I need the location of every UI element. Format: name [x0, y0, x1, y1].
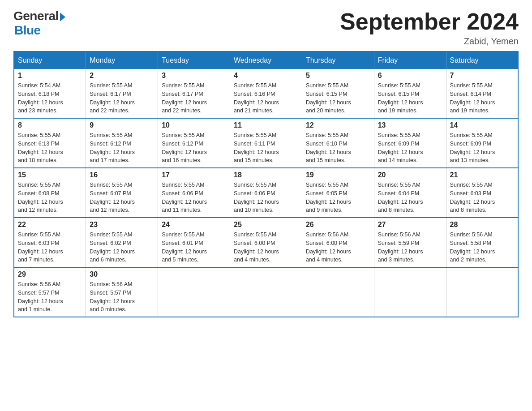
daylight-label: Daylight: 12 hours [450, 149, 495, 155]
calendar-day-cell: 17 Sunrise: 5:55 AM Sunset: 6:06 PM Dayl… [158, 168, 230, 218]
daylight-minutes: and 19 minutes. [450, 107, 490, 114]
day-info: Sunrise: 5:55 AM Sunset: 6:12 PM Dayligh… [90, 131, 154, 165]
calendar-location: Zabid, Yemen [340, 36, 519, 47]
day-number: 24 [162, 221, 226, 229]
day-info: Sunrise: 5:55 AM Sunset: 6:14 PM Dayligh… [450, 81, 514, 115]
daylight-minutes: and 8 minutes. [450, 207, 487, 213]
day-info: Sunrise: 5:55 AM Sunset: 6:15 PM Dayligh… [306, 81, 370, 115]
day-info: Sunrise: 5:55 AM Sunset: 6:12 PM Dayligh… [162, 131, 226, 165]
sunrise-label: Sunrise: 5:55 AM [378, 132, 420, 138]
sunset-label: Sunset: 6:03 PM [18, 240, 59, 246]
daylight-label: Daylight: 12 hours [18, 99, 63, 106]
calendar-day-cell: 2 Sunrise: 5:55 AM Sunset: 6:17 PM Dayli… [86, 69, 158, 118]
sunrise-label: Sunrise: 5:56 AM [306, 231, 348, 238]
day-info: Sunrise: 5:55 AM Sunset: 6:04 PM Dayligh… [378, 181, 442, 214]
day-info: Sunrise: 5:55 AM Sunset: 6:10 PM Dayligh… [306, 131, 370, 165]
calendar-day-cell: 30 Sunrise: 5:56 AM Sunset: 5:57 PM Dayl… [86, 267, 158, 317]
sunset-label: Sunset: 5:57 PM [90, 290, 131, 296]
day-number: 30 [90, 270, 154, 278]
daylight-label: Daylight: 12 hours [162, 149, 207, 155]
sunrise-label: Sunrise: 5:55 AM [18, 132, 60, 138]
weekday-header-saturday: Saturday [446, 51, 518, 69]
daylight-minutes: and 2 minutes. [450, 257, 487, 263]
calendar-day-cell: 23 Sunrise: 5:55 AM Sunset: 6:02 PM Dayl… [86, 218, 158, 267]
weekday-header-wednesday: Wednesday [230, 51, 302, 69]
daylight-label: Daylight: 12 hours [90, 298, 135, 304]
sunrise-label: Sunrise: 5:55 AM [234, 182, 276, 188]
sunset-label: Sunset: 6:18 PM [18, 91, 59, 97]
sunrise-label: Sunrise: 5:55 AM [234, 231, 276, 238]
calendar-empty-cell [446, 267, 518, 317]
day-number: 25 [234, 221, 298, 229]
daylight-minutes: and 20 minutes. [306, 107, 346, 114]
day-number: 3 [162, 72, 226, 80]
daylight-label: Daylight: 12 hours [18, 199, 63, 205]
day-number: 23 [90, 221, 154, 229]
calendar-day-cell: 24 Sunrise: 5:55 AM Sunset: 6:01 PM Dayl… [158, 218, 230, 267]
daylight-minutes: and 22 minutes. [162, 107, 202, 114]
day-number: 9 [90, 121, 154, 129]
daylight-label: Daylight: 12 hours [162, 248, 207, 255]
sunrise-label: Sunrise: 5:55 AM [306, 132, 348, 138]
day-number: 8 [18, 121, 82, 129]
day-number: 5 [306, 72, 370, 80]
logo-blue-text: Blue [14, 23, 41, 38]
daylight-minutes: and 16 minutes. [162, 157, 202, 163]
day-number: 29 [18, 270, 82, 278]
calendar-week-row: 8 Sunrise: 5:55 AM Sunset: 6:13 PM Dayli… [14, 118, 518, 168]
calendar-week-row: 29 Sunrise: 5:56 AM Sunset: 5:57 PM Dayl… [14, 267, 518, 317]
sunrise-label: Sunrise: 5:55 AM [90, 231, 132, 238]
day-number: 1 [18, 72, 82, 80]
day-info: Sunrise: 5:55 AM Sunset: 6:17 PM Dayligh… [90, 81, 154, 115]
calendar-day-cell: 16 Sunrise: 5:55 AM Sunset: 6:07 PM Dayl… [86, 168, 158, 218]
daylight-minutes: and 9 minutes. [306, 207, 343, 213]
sunset-label: Sunset: 6:09 PM [378, 141, 419, 147]
daylight-label: Daylight: 12 hours [162, 199, 207, 205]
day-info: Sunrise: 5:55 AM Sunset: 6:07 PM Dayligh… [90, 181, 154, 214]
calendar-day-cell: 9 Sunrise: 5:55 AM Sunset: 6:12 PM Dayli… [86, 118, 158, 168]
daylight-minutes: and 18 minutes. [18, 157, 58, 163]
day-info: Sunrise: 5:55 AM Sunset: 6:06 PM Dayligh… [234, 181, 298, 214]
calendar-day-cell: 3 Sunrise: 5:55 AM Sunset: 6:17 PM Dayli… [158, 69, 230, 118]
sunset-label: Sunset: 6:01 PM [162, 240, 203, 246]
day-number: 17 [162, 171, 226, 179]
daylight-minutes: and 10 minutes. [234, 207, 274, 213]
sunset-label: Sunset: 6:00 PM [306, 240, 347, 246]
daylight-minutes: and 22 minutes. [90, 107, 129, 114]
daylight-label: Daylight: 12 hours [90, 248, 135, 255]
day-info: Sunrise: 5:56 AM Sunset: 5:57 PM Dayligh… [18, 280, 82, 314]
daylight-minutes: and 17 minutes. [90, 157, 129, 163]
sunset-label: Sunset: 6:11 PM [234, 141, 275, 147]
sunrise-label: Sunrise: 5:55 AM [162, 182, 204, 188]
calendar-day-cell: 26 Sunrise: 5:56 AM Sunset: 6:00 PM Dayl… [302, 218, 374, 267]
day-number: 19 [306, 171, 370, 179]
day-info: Sunrise: 5:56 AM Sunset: 6:00 PM Dayligh… [306, 231, 370, 264]
calendar-day-cell: 11 Sunrise: 5:55 AM Sunset: 6:11 PM Dayl… [230, 118, 302, 168]
sunset-label: Sunset: 6:04 PM [378, 190, 419, 197]
sunset-label: Sunset: 6:17 PM [90, 91, 131, 97]
day-number: 20 [378, 171, 442, 179]
day-info: Sunrise: 5:55 AM Sunset: 6:13 PM Dayligh… [18, 131, 82, 165]
calendar-day-cell: 10 Sunrise: 5:55 AM Sunset: 6:12 PM Dayl… [158, 118, 230, 168]
day-info: Sunrise: 5:55 AM Sunset: 6:06 PM Dayligh… [162, 181, 226, 214]
sunset-label: Sunset: 6:17 PM [162, 91, 203, 97]
sunrise-label: Sunrise: 5:55 AM [450, 82, 493, 89]
daylight-minutes: and 21 minutes. [234, 107, 274, 114]
sunrise-label: Sunrise: 5:55 AM [90, 132, 132, 138]
daylight-minutes: and 7 minutes. [18, 257, 55, 263]
sunset-label: Sunset: 6:12 PM [162, 141, 203, 147]
day-number: 13 [378, 121, 442, 129]
calendar-day-cell: 21 Sunrise: 5:55 AM Sunset: 6:03 PM Dayl… [446, 168, 518, 218]
daylight-minutes: and 12 minutes. [90, 207, 129, 213]
sunset-label: Sunset: 6:02 PM [90, 240, 131, 246]
sunset-label: Sunset: 6:03 PM [450, 190, 491, 197]
sunrise-label: Sunrise: 5:55 AM [18, 231, 60, 238]
daylight-minutes: and 19 minutes. [378, 107, 418, 114]
sunset-label: Sunset: 6:05 PM [306, 190, 347, 197]
day-number: 26 [306, 221, 370, 229]
calendar-title: September 2024 [340, 9, 519, 34]
sunset-label: Sunset: 5:58 PM [450, 240, 491, 246]
calendar-day-cell: 6 Sunrise: 5:55 AM Sunset: 6:15 PM Dayli… [374, 69, 446, 118]
sunrise-label: Sunrise: 5:55 AM [378, 182, 420, 188]
day-number: 7 [450, 72, 514, 80]
